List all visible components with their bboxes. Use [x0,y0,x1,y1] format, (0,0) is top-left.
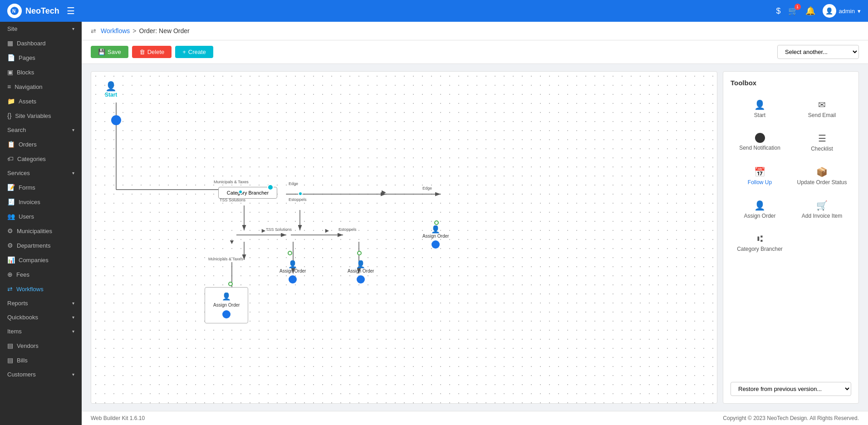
toolbox-follow-up-label: Follow Up [748,179,772,186]
toolbox-send-notification[interactable]: Send Notification [731,129,789,156]
breadcrumb-icon: ⇄ [91,27,96,34]
sidebar-item-companies[interactable]: 📊 Companies [0,253,82,267]
quickbooks-chevron: ▾ [72,315,74,320]
sidebar-item-invoices[interactable]: 🧾 Invoices [0,195,82,209]
sidebar-item-forms[interactable]: 📝 Forms [0,180,82,195]
sidebar-label-dashboard: Dashboard [17,40,46,47]
sidebar-item-pages[interactable]: 📄 Pages [0,50,82,65]
toolbox-category-brancher[interactable]: ⑆ Category Brancher [731,230,789,256]
sidebar-item-dashboard[interactable]: ▦ Dashboard [0,36,82,50]
assign-order-icon-4: 👤 [222,292,231,301]
toolbox-category-brancher-label: Category Brancher [737,246,783,252]
sidebar-item-municipalities[interactable]: ⚙ Municipalities [0,224,82,238]
user-menu[interactable]: 👤 admin ▾ [823,4,861,18]
toolbox-add-invoice-item-label: Add Invoice Item [802,213,842,219]
search-section[interactable]: Search ▾ [0,123,82,137]
topbar-right: $ 🛒 1 🔔 👤 admin ▾ [776,4,861,18]
dashboard-icon: ▦ [7,39,13,47]
assign-order-node-2[interactable]: 👤 Assign Order [348,260,374,283]
sidebar-label-blocks: Blocks [17,69,34,76]
select-another-dropdown[interactable]: Select another... Option 1 [777,45,859,59]
sidebar-label-assets: Assets [19,98,36,105]
sidebar-item-assets[interactable]: 📁 Assets [0,94,82,108]
sidebar-item-blocks[interactable]: ▣ Blocks [0,65,82,79]
toolbox: Toolbox 👤 Start ✉ Send Email Send Notifi… [723,71,859,404]
green-dot-4 [434,220,439,225]
workflows-breadcrumb-link[interactable]: Workflows [101,27,130,34]
toolbox-follow-up[interactable]: 📅 Follow Up [731,163,789,189]
fees-icon: ⊕ [7,271,13,278]
vendors-icon: ▤ [7,342,13,349]
sidebar-item-users[interactable]: 👥 Users [0,209,82,224]
assign-order-label-1: Assign Order [280,269,306,274]
customers-section[interactable]: Customers ▾ [0,367,82,381]
create-label: Create [188,49,206,55]
sidebar-label-forms: Forms [19,184,35,191]
dollar-icon[interactable]: $ [776,6,781,16]
assign-order-node-3[interactable]: 👤 Assign Order [422,225,449,249]
sidebar-item-fees[interactable]: ⊕ Fees [0,267,82,282]
sidebar-item-categories[interactable]: 🏷 Categories [0,151,82,166]
toolbox-follow-up-icon: 📅 [754,166,765,177]
forms-icon: 📝 [7,184,15,191]
toolbar: 💾 Save 🗑 Delete + Create Select another.… [82,40,868,64]
arrow-down-1: ▼ [229,238,235,245]
blocks-icon: ▣ [7,68,13,76]
logo-icon: N [7,4,22,18]
categories-icon: 🏷 [7,155,14,162]
toolbox-start[interactable]: 👤 Start [731,96,789,122]
app-logo[interactable]: N NeoTech [7,4,59,18]
toolbox-update-order-status-label: Update Order Status [797,179,847,186]
services-section[interactable]: Services ▾ [0,166,82,180]
content-area: ⇄ Workflows > Order: New Order 💾 Save 🗑 … [82,22,868,425]
workflow-canvas[interactable]: 👤 Start Category Brancher Municipals & T… [91,71,717,404]
arrow-right-1: ► [380,188,387,196]
toolbox-add-invoice-item[interactable]: 🛒 Add Invoice Item [793,196,851,223]
sidebar-item-workflows[interactable]: ⇄ Workflows [0,282,82,296]
sidebar-item-bills[interactable]: ▤ Bills [0,353,82,367]
sidebar-label-users: Users [19,213,34,220]
toolbox-send-email[interactable]: ✉ Send Email [793,96,851,122]
sidebar-item-departments[interactable]: ⚙ Departments [0,238,82,253]
delete-button[interactable]: 🗑 Delete [132,46,172,58]
quickbooks-section[interactable]: Quickbooks ▾ [0,310,82,324]
workflows-icon: ⇄ [7,285,13,293]
assign-order-box[interactable]: 👤 Assign Order [205,287,248,323]
site-section[interactable]: Site ▾ [0,22,82,36]
start-icon: 👤 [105,81,117,92]
tss-solutions-label-1: TSS Solutions [220,198,245,202]
arrow-right-2: ► [260,227,267,234]
create-icon: + [182,49,186,55]
start-node[interactable]: 👤 Start [105,81,117,98]
navigation-icon: ≡ [7,83,11,90]
assign-order-dot-3 [432,240,440,249]
sidebar-label-municipalities: Municipalities [17,228,52,234]
toolbox-update-order-status[interactable]: 📦 Update Order Status [793,163,851,189]
notifications-icon[interactable]: 🛒 1 [788,6,798,16]
canvas-background [91,72,717,403]
hamburger-menu[interactable]: ☰ [67,5,75,16]
toolbox-assign-order[interactable]: 👤 Assign Order [731,196,789,223]
municipalities-icon: ⚙ [7,227,13,234]
save-button[interactable]: 💾 Save [91,46,128,58]
assign-order-node-1[interactable]: 👤 Assign Order [280,260,306,283]
reports-section[interactable]: Reports ▾ [0,296,82,310]
category-brancher-label: Category Brancher [224,190,271,195]
sidebar-label-categories: Categories [17,156,46,162]
toolbox-assign-order-icon: 👤 [754,200,765,211]
assign-order-dot-1 [289,275,297,283]
toolbox-checklist[interactable]: ☰ Checklist [793,129,851,156]
restore-section: Restore from previous version... [731,382,851,396]
sidebar-item-navigation[interactable]: ≡ Navigation [0,79,82,94]
cyan-dot-left [238,190,243,194]
create-button[interactable]: + Create [175,46,213,58]
items-label: Items [7,328,22,335]
breadcrumb: ⇄ Workflows > Order: New Order [82,22,868,40]
quickbooks-label: Quickbooks [7,314,38,321]
sidebar-item-vendors[interactable]: ▤ Vendors [0,338,82,353]
sidebar-item-site-variables[interactable]: {} Site Variables [0,108,82,123]
items-section[interactable]: Items ▾ [0,324,82,338]
restore-dropdown[interactable]: Restore from previous version... [731,382,851,396]
sidebar-item-orders[interactable]: 📋 Orders [0,137,82,151]
bell-icon[interactable]: 🔔 [805,6,815,16]
